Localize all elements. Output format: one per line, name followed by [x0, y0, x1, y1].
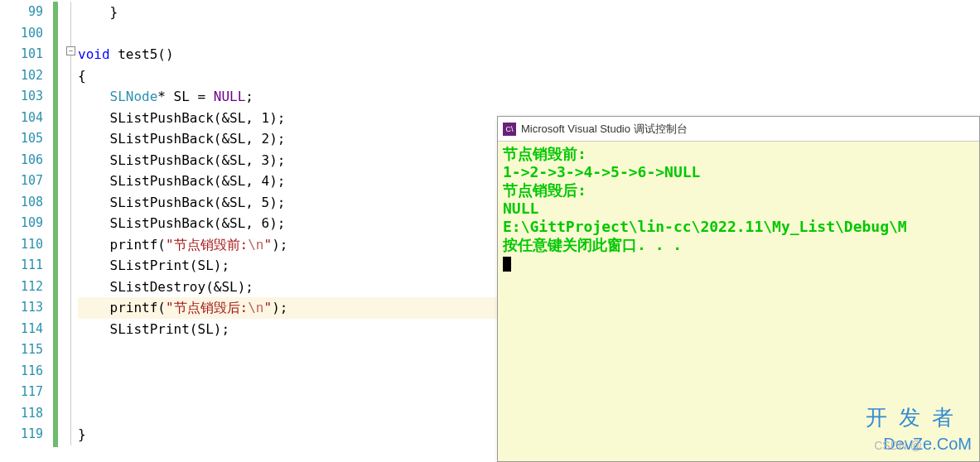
- line-number: 100: [0, 23, 43, 45]
- vs-icon: C\: [503, 123, 516, 136]
- console-line: 1->2->3->4->5->6->NULL: [503, 163, 974, 181]
- line-number: 106: [0, 150, 43, 171]
- line-number: 108: [0, 192, 43, 214]
- line-number: 105: [0, 128, 43, 150]
- line-number: 115: [0, 339, 43, 361]
- line-number: 111: [0, 255, 43, 277]
- console-line: NULL: [503, 200, 974, 218]
- code-line[interactable]: void test5(): [78, 44, 980, 65]
- console-output[interactable]: 节点销毁前: 1->2->3->4->5->6->NULL 节点销毁后: NUL…: [498, 142, 979, 276]
- line-number: 101: [0, 44, 43, 65]
- code-line[interactable]: {: [78, 65, 980, 87]
- line-number: 109: [0, 213, 43, 234]
- change-margin: [51, 0, 66, 462]
- watermark-cn: 开发者: [866, 403, 965, 432]
- console-title: Microsoft Visual Studio 调试控制台: [521, 122, 688, 137]
- line-number: 119: [0, 424, 43, 445]
- watermark-csdn: CSDN @: [874, 439, 922, 452]
- console-line: 按任意键关闭此窗口. . .: [503, 236, 974, 254]
- fold-guide: [70, 2, 71, 445]
- line-number: 114: [0, 319, 43, 340]
- code-line[interactable]: [78, 23, 980, 45]
- line-number: 107: [0, 171, 43, 192]
- console-titlebar[interactable]: C\ Microsoft Visual Studio 调试控制台: [498, 117, 979, 142]
- line-number: 104: [0, 108, 43, 129]
- code-line[interactable]: SLNode* SL = NULL;: [78, 86, 980, 108]
- fold-column[interactable]: −: [66, 0, 78, 462]
- line-number: 113: [0, 297, 43, 319]
- code-line[interactable]: }: [78, 2, 980, 23]
- line-number: 99: [0, 2, 43, 23]
- line-number-gutter: 99 100 101 102 103 104 105 106 107 108 1…: [0, 0, 51, 462]
- line-number: 118: [0, 403, 43, 425]
- line-number: 116: [0, 361, 43, 383]
- console-line: 节点销毁后:: [503, 181, 974, 200]
- console-line: E:\GittProject\lin-cc\2022.11\My_List\De…: [503, 218, 974, 236]
- fold-toggle-icon[interactable]: −: [66, 46, 75, 55]
- line-number: 110: [0, 234, 43, 256]
- console-cursor-line: [503, 254, 974, 272]
- line-number: 112: [0, 277, 43, 298]
- modified-indicator: [53, 2, 58, 447]
- line-number: 117: [0, 382, 43, 403]
- line-number: 102: [0, 65, 43, 87]
- line-number: 103: [0, 86, 43, 108]
- cursor-icon: [503, 257, 511, 272]
- console-line: 节点销毁前:: [503, 145, 974, 163]
